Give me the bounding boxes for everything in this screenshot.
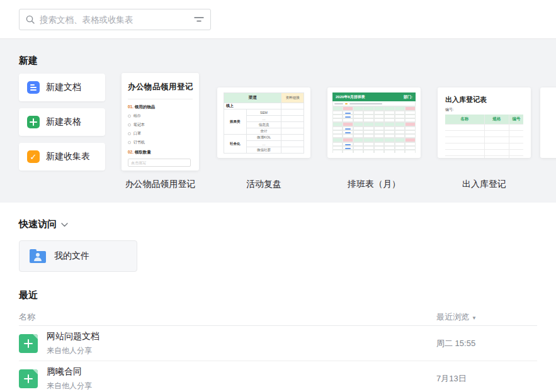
preview-sheet-group — [332, 138, 416, 153]
template-card-schedule[interactable]: 2020年8月排班表 部门: — [327, 87, 421, 158]
template-card-activity[interactable]: 渠道 资料链接 线上 效果类SEM … 信息流 合计 社会化微博KOL … 微信… — [217, 87, 310, 158]
recent-table-header: 名称 最近浏览▼ — [19, 309, 537, 326]
file-time: 7月13日 — [436, 373, 537, 384]
sheet-icon — [27, 116, 40, 128]
quick-access-title: 快速访问 — [19, 218, 57, 230]
quick-access-toggle[interactable]: 快速访问 — [19, 218, 537, 230]
template-card-supplies[interactable]: 办公物品领用登记 01. 领用的物品 纸巾 笔记本 口罩 订书机 02. 领取数… — [122, 73, 199, 171]
template-card-inout[interactable]: 出入库登记表 编号: 名称 规格 编号 — [438, 87, 531, 158]
file-title: 腾曦合同 — [47, 366, 436, 378]
file-subtitle: 来自他人分享 — [47, 381, 436, 391]
template-card-partial[interactable] — [540, 87, 556, 158]
preview-sheet-subrow — [332, 101, 416, 106]
preview-table: 名称 规格 编号 — [445, 115, 523, 158]
doc-icon — [27, 81, 40, 94]
preview-sheet: 2020年8月排班表 部门: — [332, 92, 416, 153]
new-section-title: 新建 — [19, 55, 38, 67]
new-doc-button[interactable]: 新建文档 — [19, 74, 105, 101]
preview-sheet-group — [332, 106, 416, 122]
recent-title: 最近 — [19, 289, 537, 301]
preview-title: 出入库登记表 — [445, 95, 523, 104]
new-sheet-button[interactable]: 新建表格 — [19, 108, 105, 136]
new-doc-label: 新建文档 — [46, 82, 81, 93]
new-sheet-label: 新建表格 — [46, 116, 81, 128]
file-time: 周二 15:55 — [436, 338, 537, 349]
search-box[interactable] — [19, 9, 211, 30]
form-icon: ✓ — [27, 150, 40, 163]
sheet-file-icon — [19, 369, 38, 388]
new-form-label: 新建收集表 — [46, 151, 90, 162]
preview-option: 口罩 — [128, 131, 193, 137]
preview-table: 渠道 资料链接 线上 效果类SEM … 信息流 合计 社会化微博KOL … 微信… — [224, 92, 304, 154]
my-files-label: 我的文件 — [54, 250, 89, 262]
radio-icon — [128, 141, 131, 144]
new-section: 新建 新建文档 新建表格 ✓ 新建收集表 办公物品领用登记 01. 领用的物品 … — [0, 39, 556, 203]
preview-question-2: 02. 领取数量 — [128, 150, 193, 155]
sort-triangle-icon: ▼ — [472, 315, 477, 321]
recent-row[interactable]: 腾曦合同 来自他人分享 7月13日 — [19, 361, 537, 392]
new-form-button[interactable]: ✓ 新建收集表 — [19, 143, 105, 171]
chevron-down-icon — [61, 223, 68, 227]
preview-input: 点击填写 — [128, 159, 191, 167]
preview-sheet-group — [332, 122, 416, 138]
my-files-card[interactable]: 我的文件 — [19, 240, 137, 272]
search-input[interactable] — [40, 15, 194, 25]
template-name[interactable]: 排班表（月） — [327, 179, 421, 191]
sheet-file-icon — [19, 334, 38, 353]
preview-question-1: 01. 领用的物品 — [128, 104, 193, 110]
preview-title: 办公物品领用登记 — [128, 82, 193, 92]
template-name[interactable]: 出入库登记 — [438, 179, 531, 191]
column-name: 名称 — [19, 311, 436, 323]
preview-option: 订书机 — [128, 140, 193, 145]
radio-icon — [128, 123, 131, 126]
lower-area: 快速访问 我的文件 最近 名称 最近浏览▼ 网站问题文档 来自他人分享 周二 1… — [0, 218, 556, 392]
column-viewed-sort[interactable]: 最近浏览▼ — [436, 311, 537, 323]
search-icon — [26, 15, 35, 24]
top-bar — [0, 0, 556, 39]
preview-code-label: 编号: — [445, 107, 523, 113]
divider — [128, 99, 193, 99]
radio-icon — [128, 132, 131, 135]
recent-row[interactable]: 网站问题文档 来自他人分享 周二 15:55 — [19, 326, 537, 361]
template-name[interactable]: 活动复盘 — [217, 179, 310, 191]
radio-icon — [128, 115, 131, 118]
filter-icon[interactable] — [194, 16, 204, 23]
preview-option: 笔记本 — [128, 122, 193, 128]
template-name[interactable]: 办公物品领用登记 — [122, 179, 199, 191]
file-info: 网站问题文档 来自他人分享 — [47, 331, 436, 356]
preview-option: 纸巾 — [128, 113, 193, 119]
file-subtitle: 来自他人分享 — [47, 345, 436, 356]
file-info: 腾曦合同 来自他人分享 — [47, 366, 436, 391]
file-title: 网站问题文档 — [47, 331, 436, 342]
folder-icon — [30, 251, 46, 263]
